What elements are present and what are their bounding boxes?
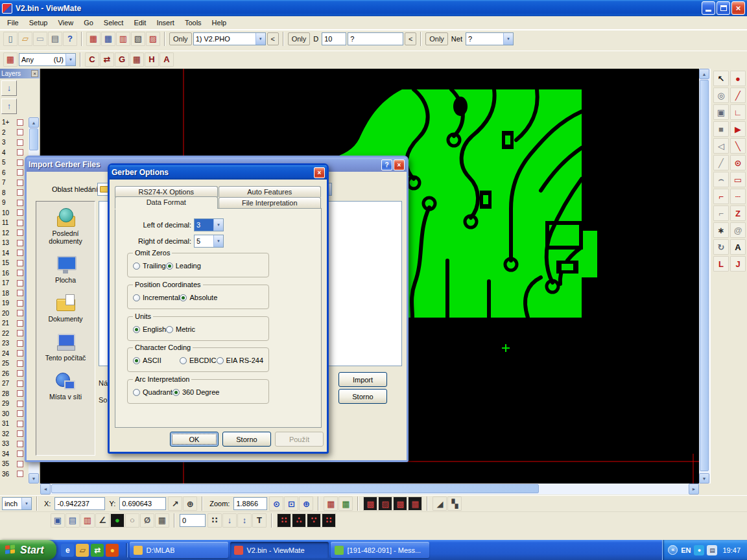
task-messenger[interactable]: [191-482-091] - Mess... xyxy=(331,542,429,558)
scroll-right-icon[interactable]: ► xyxy=(689,484,699,495)
layer-color-swatch[interactable] xyxy=(17,149,23,156)
only-dcode-toggle[interactable]: Only xyxy=(288,32,311,45)
scroll-down-icon[interactable]: ▼ xyxy=(29,473,39,484)
prev-layer-button[interactable]: < xyxy=(267,32,279,45)
swap-arrows-icon[interactable]: ⇄ xyxy=(100,52,114,67)
highlight-blue-icon[interactable]: ▦ xyxy=(101,32,115,46)
layer-row[interactable]: 3 xyxy=(0,137,30,148)
layer-color-swatch[interactable] xyxy=(17,421,23,427)
zoom-field[interactable] xyxy=(233,497,267,510)
aperture-pattern1-icon[interactable]: ∷ xyxy=(277,513,291,528)
arc-icon[interactable]: ⌢ xyxy=(713,172,729,187)
burst-icon[interactable]: ∗ xyxy=(713,222,729,238)
ok-button[interactable]: OK xyxy=(170,432,219,447)
unit-select[interactable]: inch ▼ xyxy=(2,497,32,510)
layer-color-swatch[interactable] xyxy=(17,119,23,126)
help-arrow-icon[interactable]: ? xyxy=(63,32,77,46)
film-pattern4-icon[interactable]: ▦ xyxy=(408,496,422,511)
tab-rs274x-options[interactable]: RS274-X Options xyxy=(115,186,218,197)
aperture-pattern4-icon[interactable]: ∷ xyxy=(322,513,336,528)
layer-color-swatch[interactable] xyxy=(17,129,23,135)
layer-row[interactable]: 36 xyxy=(0,469,30,480)
angle-icon[interactable]: ∠ xyxy=(95,513,110,528)
film-pattern3-icon[interactable]: ▩ xyxy=(393,496,407,511)
sync-icon[interactable]: ⇄ xyxy=(91,544,104,557)
status-light-icon[interactable]: ● xyxy=(110,513,124,528)
layer-color-swatch[interactable] xyxy=(17,240,23,246)
rotate-icon[interactable]: ↻ xyxy=(713,239,729,255)
scroll-down-icon[interactable]: ▼ xyxy=(699,473,709,484)
tab-auto-features[interactable]: Auto Features xyxy=(219,186,322,197)
apply-button[interactable]: Použít xyxy=(275,432,324,447)
zoom-point-icon[interactable]: ⊙ xyxy=(269,496,283,511)
language-indicator[interactable]: EN xyxy=(681,546,691,554)
cancel-button[interactable]: Storno xyxy=(338,389,387,404)
layer-color-swatch[interactable] xyxy=(17,290,23,296)
film-pattern1-icon[interactable]: ▩ xyxy=(363,496,377,511)
layer-color-swatch[interactable] xyxy=(17,461,23,467)
measure-diagonal-icon[interactable]: ↗ xyxy=(168,496,182,511)
place-my-computer[interactable]: Tento počítač xyxy=(36,332,95,362)
move-layer-down-button[interactable]: ↓ xyxy=(1,80,17,96)
chevron-down-icon[interactable]: ▼ xyxy=(503,33,513,45)
menu-item[interactable]: Tools xyxy=(180,18,207,28)
new-file-icon[interactable]: ▯ xyxy=(3,32,18,46)
layer-row[interactable]: 4 xyxy=(0,148,30,158)
wedge-icon[interactable]: ◢ xyxy=(433,496,447,511)
cancel-button[interactable]: Storno xyxy=(222,432,271,447)
line-diag-icon[interactable]: ╱ xyxy=(730,88,746,103)
radio-option[interactable]: Absolute xyxy=(180,294,217,301)
layer-color-swatch[interactable] xyxy=(17,430,23,437)
aperture-pattern3-icon[interactable]: ∵ xyxy=(307,513,321,528)
net-select[interactable]: ? ▼ xyxy=(466,32,514,45)
dcode-field[interactable] xyxy=(322,32,346,45)
chevron-down-icon[interactable]: ▼ xyxy=(21,498,31,509)
menu-item[interactable]: Help xyxy=(207,18,232,28)
tab-data-format[interactable]: Data Format xyxy=(115,196,218,209)
radio-option[interactable]: English xyxy=(133,325,166,333)
layer-color-swatch[interactable] xyxy=(17,159,23,166)
layer-color-swatch[interactable] xyxy=(17,330,23,336)
layer-color-swatch[interactable] xyxy=(17,300,23,307)
layer-color-swatch[interactable] xyxy=(17,360,23,367)
red-ruler-icon[interactable]: ▥ xyxy=(80,513,95,528)
aperture-grid-icon[interactable]: ▦ xyxy=(130,52,144,67)
scrollbar-thumb[interactable] xyxy=(700,80,709,471)
text-tool-icon[interactable]: A xyxy=(730,239,746,255)
layer-color-swatch[interactable] xyxy=(17,209,23,216)
layer-color-swatch[interactable] xyxy=(17,229,23,236)
only-layer-toggle[interactable]: Only xyxy=(169,32,192,45)
layer-color-swatch[interactable] xyxy=(17,200,23,206)
tab-file-interpretation[interactable]: File Interpretation xyxy=(219,197,322,209)
dot-grid-icon[interactable]: ∷ xyxy=(208,513,222,528)
aperture-pattern2-icon[interactable]: ∴ xyxy=(292,513,306,528)
layer-color-swatch[interactable] xyxy=(17,380,23,387)
left-of-decimal-select[interactable]: 3 ▼ xyxy=(194,218,224,231)
snap-down-icon[interactable]: ↓ xyxy=(222,513,237,528)
target-pad-icon[interactable]: ⊙ xyxy=(730,155,746,170)
snap-updown-icon[interactable]: ↕ xyxy=(237,513,252,528)
layer-color-swatch[interactable] xyxy=(17,250,23,256)
move-layer-up-button[interactable]: ↑ xyxy=(1,99,17,114)
circle-tool-icon[interactable]: ○ xyxy=(125,513,139,528)
layer-color-swatch[interactable] xyxy=(17,350,23,356)
chevron-down-icon[interactable]: ▼ xyxy=(213,219,223,231)
print-icon[interactable]: ▤ xyxy=(48,32,62,46)
tray-chevron-icon[interactable]: « xyxy=(668,545,678,555)
layer-color-swatch[interactable] xyxy=(17,180,23,186)
layer-color-swatch[interactable] xyxy=(17,260,23,266)
dash-line-icon[interactable]: ┄ xyxy=(730,189,746,204)
layer-color-swatch[interactable] xyxy=(17,310,23,316)
layer-color-swatch[interactable] xyxy=(17,450,23,457)
layer-color-swatch[interactable] xyxy=(17,390,23,397)
c-tool-icon[interactable]: C xyxy=(85,52,99,67)
zoom-window-icon[interactable]: ⊡ xyxy=(284,496,298,511)
radio-option[interactable]: Incremental xyxy=(133,294,180,301)
layer-row[interactable]: 1+ xyxy=(0,117,30,128)
dcode-query-field[interactable] xyxy=(348,32,403,45)
film-pattern2-icon[interactable]: ▨ xyxy=(378,496,392,511)
radio-option[interactable]: Quadrant xyxy=(133,388,172,396)
layer-color-swatch[interactable] xyxy=(17,401,23,407)
corner-icon[interactable]: ⌐ xyxy=(713,189,729,204)
browser-icon[interactable]: ● xyxy=(106,544,119,557)
